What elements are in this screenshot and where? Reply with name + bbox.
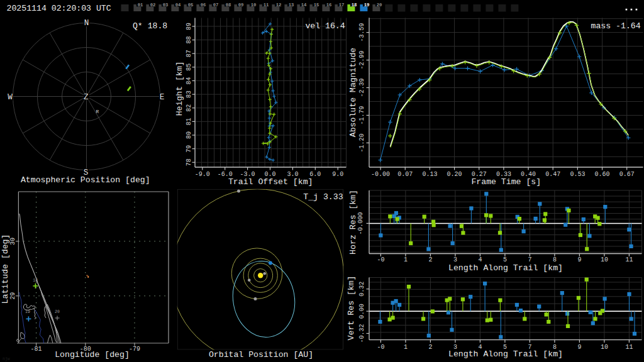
svg-text:N: N (84, 19, 89, 28)
svg-text:-0.00: -0.00 (371, 171, 390, 178)
svg-text:Z: Z (84, 93, 89, 102)
svg-text:29: 29 (9, 292, 16, 300)
svg-text:3: 3 (453, 256, 457, 263)
svg-text:17: 17 (339, 3, 345, 8)
svg-text:88: 88 (186, 36, 192, 43)
svg-text:Frame Time [s]: Frame Time [s] (471, 177, 541, 187)
svg-text:18: 18 (33, 278, 38, 283)
svg-text:01: 01 (138, 3, 143, 8)
svg-text:87: 87 (186, 50, 192, 57)
svg-text:30: 30 (9, 238, 16, 245)
svg-text:0.07: 0.07 (397, 171, 413, 178)
svg-text:4: 4 (478, 256, 482, 263)
svg-text:2: 2 (428, 344, 432, 351)
svg-text:0.53: 0.53 (570, 171, 585, 178)
svg-text:80: 80 (186, 131, 192, 139)
svg-text:7: 7 (528, 256, 531, 263)
svg-text:Longitude [deg]: Longitude [deg] (55, 350, 130, 359)
svg-text:10: 10 (251, 3, 257, 8)
svg-text:Horz Res [km]: Horz Res [km] (348, 190, 358, 255)
svg-text:0.47: 0.47 (545, 171, 560, 178)
svg-text:19: 19 (25, 310, 30, 314)
svg-text:1: 1 (404, 344, 408, 351)
svg-text:10: 10 (601, 256, 608, 263)
svg-text:9.0: 9.0 (332, 171, 343, 178)
svg-text:-1.20: -1.20 (358, 133, 365, 152)
svg-text:-0.32: -0.32 (358, 324, 365, 343)
svg-text:13: 13 (289, 3, 294, 8)
svg-text:Length Along Trail [km]: Length Along Trail [km] (448, 349, 563, 359)
svg-text:-79: -79 (129, 346, 140, 353)
svg-text:-0: -0 (377, 344, 384, 351)
svg-text:09: 09 (238, 3, 244, 8)
svg-text:Atmospheric Position [deg]: Atmospheric Position [deg] (21, 175, 150, 185)
svg-text:89: 89 (186, 23, 192, 30)
svg-text:05: 05 (188, 3, 194, 8)
svg-text:2: 2 (428, 256, 432, 263)
svg-text:njw: njw (3, 357, 10, 361)
svg-text:mass -1.64: mass -1.64 (591, 21, 641, 31)
svg-text:12: 12 (276, 3, 282, 8)
svg-text:18: 18 (352, 3, 357, 8)
svg-text:-81: -81 (31, 346, 42, 353)
svg-text:0.32: 0.32 (358, 282, 365, 297)
svg-text:E: E (160, 93, 165, 102)
svg-text:Vert Res [km]: Vert Res [km] (347, 276, 356, 341)
svg-text:R: R (96, 109, 99, 114)
svg-text:79: 79 (186, 145, 192, 153)
svg-text:-3.59: -3.59 (358, 23, 365, 42)
svg-text:02: 02 (150, 3, 156, 8)
svg-text:85: 85 (186, 63, 192, 71)
svg-text:-2.99: -2.99 (358, 51, 365, 70)
svg-text:-2.39: -2.39 (358, 78, 365, 97)
svg-text:14: 14 (301, 3, 307, 8)
svg-text:0.20: 0.20 (447, 171, 462, 178)
svg-text:W: W (8, 93, 13, 102)
svg-text:15: 15 (314, 3, 319, 8)
svg-text:07: 07 (213, 3, 219, 8)
svg-text:11: 11 (625, 344, 633, 351)
svg-text:T_j 3.33: T_j 3.33 (303, 192, 343, 202)
svg-text:0.60: 0.60 (594, 171, 609, 178)
svg-text:-0: -0 (377, 256, 384, 263)
svg-text:83: 83 (186, 90, 192, 98)
svg-text:82: 82 (186, 104, 192, 112)
svg-text:19: 19 (364, 3, 370, 8)
svg-text:20251114 02:20:03 UTC: 20251114 02:20:03 UTC (7, 4, 111, 13)
svg-text:78: 78 (186, 158, 192, 166)
svg-text:-1.79: -1.79 (358, 106, 365, 124)
svg-text:06: 06 (201, 3, 206, 8)
svg-text:20: 20 (55, 310, 60, 314)
svg-text:Length Along Trail [km]: Length Along Trail [km] (448, 263, 563, 273)
svg-text:9: 9 (577, 256, 581, 263)
svg-text:Trail Offset [km]: Trail Offset [km] (228, 177, 313, 187)
svg-text:0.00: 0.00 (358, 304, 365, 319)
svg-text:Q* 18.8: Q* 18.8 (133, 21, 167, 31)
svg-text:-0.000: -0.000 (357, 212, 364, 234)
svg-text:9: 9 (577, 344, 581, 351)
svg-text:84: 84 (186, 77, 192, 84)
svg-text:81: 81 (186, 118, 192, 125)
svg-text:03: 03 (163, 3, 169, 8)
svg-text:0.67: 0.67 (619, 171, 635, 178)
svg-text:1: 1 (404, 256, 408, 263)
svg-text:04: 04 (175, 3, 181, 8)
svg-text:Orbital Position [AU]: Orbital Position [AU] (209, 350, 313, 359)
svg-text:10: 10 (601, 344, 608, 351)
svg-text:11: 11 (264, 3, 269, 8)
svg-text:16: 16 (326, 3, 332, 8)
svg-text:11: 11 (625, 256, 633, 263)
svg-text:-9.0: -9.0 (195, 171, 210, 178)
svg-text:vel 16.4: vel 16.4 (305, 21, 345, 31)
svg-text:Height [km]: Height [km] (175, 61, 184, 116)
svg-text:20: 20 (377, 3, 382, 8)
svg-text:0.13: 0.13 (422, 171, 437, 178)
svg-text:Latitude [deg]: Latitude [deg] (1, 234, 10, 304)
svg-text:5: 5 (503, 256, 507, 263)
svg-text:08: 08 (226, 3, 231, 8)
svg-text:Absolute Magnitude: Absolute Magnitude (348, 48, 358, 138)
svg-text:8: 8 (553, 256, 557, 263)
